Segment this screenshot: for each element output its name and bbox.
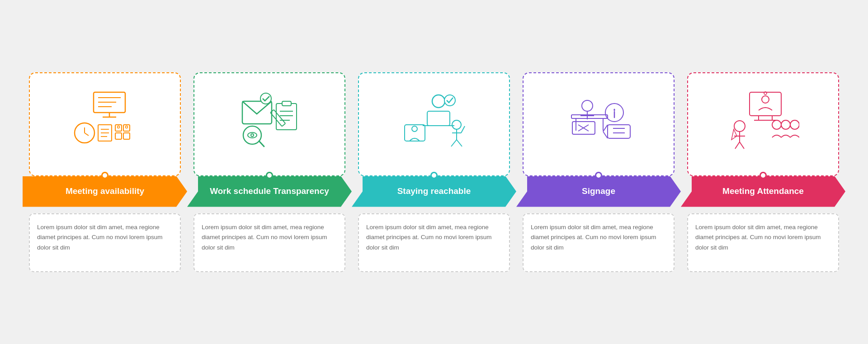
svg-line-69	[735, 142, 740, 149]
svg-line-70	[740, 142, 744, 149]
icon-area-1	[38, 83, 172, 156]
connector-dot-2	[266, 172, 273, 179]
connector-dot-1	[101, 172, 108, 179]
arrow-shape-1: Meeting availability	[23, 176, 187, 207]
svg-point-37	[452, 120, 461, 129]
arrow-4: Signage	[516, 176, 681, 207]
arrow-2: Work schedule Transparency	[187, 176, 352, 207]
svg-line-56	[603, 125, 608, 132]
svg-point-64	[762, 96, 769, 103]
arrow-label-2: Work schedule Transparency	[193, 186, 345, 197]
card-1	[29, 72, 181, 176]
svg-point-73	[781, 120, 790, 129]
icon-area-4	[532, 83, 665, 156]
arrow-label-5: Meeting Attendance	[706, 186, 820, 197]
svg-rect-55	[608, 125, 630, 138]
svg-point-72	[772, 120, 781, 129]
desc-text-2: Lorem ipsum dolor sit dim amet, mea regi…	[202, 222, 337, 254]
card-5	[687, 72, 839, 176]
icon-area-5	[696, 83, 830, 156]
desc-card-3: Lorem ipsum dolor sit dim amet, mea regi…	[358, 213, 510, 272]
desc-card-2: Lorem ipsum dolor sit dim amet, mea regi…	[193, 213, 345, 272]
svg-point-18	[126, 126, 128, 128]
icon-staying-reachable	[398, 88, 470, 151]
svg-rect-21	[270, 109, 285, 126]
icon-signage	[562, 88, 635, 151]
card-2	[193, 72, 345, 176]
icon-area-3	[367, 83, 501, 156]
svg-point-46	[582, 100, 593, 111]
svg-point-34	[444, 95, 455, 106]
svg-rect-23	[282, 101, 291, 106]
arrow-label-3: Staying reachable	[381, 186, 487, 197]
svg-line-40	[451, 140, 457, 146]
icon-work-schedule	[233, 88, 306, 151]
svg-line-42	[461, 126, 465, 133]
desc-text-5: Lorem ipsum dolor sit dim amet, mea regi…	[695, 222, 831, 254]
svg-marker-71	[731, 129, 737, 140]
cards-row	[23, 72, 845, 176]
svg-point-31	[432, 95, 445, 108]
svg-point-36	[412, 126, 417, 132]
connector-dot-5	[760, 172, 767, 179]
arrow-1: Meeting availability	[23, 176, 187, 207]
card-4	[523, 72, 675, 176]
icon-meeting-availability	[69, 88, 141, 151]
svg-point-20	[260, 93, 271, 104]
infographic: Meeting availability Work schedule Trans…	[23, 72, 845, 272]
icon-meeting-attendance	[727, 88, 799, 151]
svg-rect-15	[115, 133, 122, 139]
arrow-5: Meeting Attendance	[681, 176, 845, 207]
svg-point-30	[251, 134, 254, 137]
svg-line-28	[259, 141, 264, 146]
desc-text-1: Lorem ipsum dolor sit dim amet, mea regi…	[37, 222, 173, 254]
svg-point-29	[248, 132, 257, 138]
svg-point-17	[118, 126, 120, 128]
svg-point-74	[790, 120, 799, 129]
icon-area-2	[203, 83, 336, 156]
arrow-label-1: Meeting availability	[49, 186, 160, 197]
desc-text-3: Lorem ipsum dolor sit dim amet, mea regi…	[366, 222, 502, 254]
descriptions-row: Lorem ipsum dolor sit dim amet, mea regi…	[23, 213, 845, 272]
card-3	[358, 72, 510, 176]
connector-dot-3	[430, 172, 438, 179]
svg-rect-32	[427, 111, 450, 126]
arrow-shape-2: Work schedule Transparency	[187, 176, 352, 207]
desc-text-4: Lorem ipsum dolor sit dim amet, mea regi…	[531, 222, 666, 254]
svg-rect-16	[123, 133, 130, 139]
arrow-shape-4: Signage	[516, 176, 681, 207]
arrow-shape-3: Staying reachable	[352, 176, 516, 207]
arrow-label-4: Signage	[566, 186, 632, 197]
arrow-shape-5: Meeting Attendance	[681, 176, 845, 207]
svg-line-8	[85, 133, 89, 136]
svg-point-66	[734, 121, 745, 132]
svg-line-41	[457, 140, 462, 146]
arrows-row: Meeting availability Work schedule Trans…	[23, 176, 845, 207]
connector-dot-4	[595, 172, 602, 179]
desc-card-4: Lorem ipsum dolor sit dim amet, mea regi…	[523, 213, 675, 272]
desc-card-5: Lorem ipsum dolor sit dim amet, mea regi…	[687, 213, 839, 272]
svg-line-57	[603, 132, 608, 138]
arrow-3: Staying reachable	[352, 176, 516, 207]
desc-card-1: Lorem ipsum dolor sit dim amet, mea regi…	[29, 213, 181, 272]
